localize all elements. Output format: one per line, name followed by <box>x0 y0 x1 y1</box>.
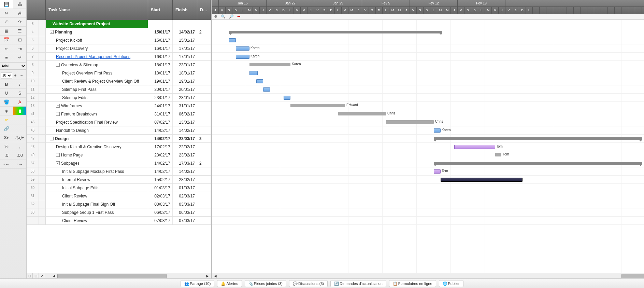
attachments-button[interactable]: 📎Pièces jointes (3) <box>245 280 286 287</box>
task-cell[interactable]: +Feature Breakdown <box>46 110 148 118</box>
dur-cell[interactable]: 2 <box>197 135 211 142</box>
start-cell[interactable]: 02/03/17 <box>148 192 173 200</box>
dur-cell[interactable] <box>197 102 211 110</box>
expand-icon[interactable]: + <box>56 112 60 116</box>
table-row[interactable]: 45Project Specification Final Review07/0… <box>27 118 211 126</box>
start-cell[interactable]: 14/02/17 <box>148 167 173 175</box>
task-link[interactable]: Research Project Management Solutions <box>56 54 130 59</box>
collapse-all-icon[interactable]: ⊟ <box>27 273 33 278</box>
gantt-bar[interactable] <box>434 137 642 140</box>
calendar-icon[interactable]: 📅 <box>0 36 13 44</box>
row-number[interactable]: 48 <box>27 143 39 151</box>
start-cell[interactable]: 31/01/17 <box>148 110 173 118</box>
expand-icon[interactable]: + <box>56 104 60 108</box>
dur-cell[interactable] <box>197 200 211 208</box>
undo-icon[interactable]: ↶ <box>0 18 13 26</box>
row-number[interactable]: 13 <box>27 102 39 110</box>
dur-cell[interactable] <box>197 208 211 216</box>
highlight-icon[interactable]: ▮ <box>13 107 26 115</box>
finish-cell[interactable]: 14/02/17 <box>173 126 197 134</box>
percent-button[interactable]: % <box>0 142 13 151</box>
row-number[interactable]: 58 <box>27 167 39 175</box>
task-cell[interactable]: Client Review <box>46 217 148 224</box>
start-cell[interactable]: 19/01/17 <box>148 77 173 85</box>
task-cell[interactable]: Research Project Management Solutions <box>46 53 148 60</box>
row-number[interactable] <box>27 217 39 224</box>
link-icon[interactable]: 🔗 <box>0 124 13 133</box>
finish-cell[interactable]: 19/01/17 <box>173 77 197 85</box>
gantt-bar[interactable]: Karen <box>236 46 249 51</box>
finish-cell[interactable]: 07/03/17 <box>173 217 197 224</box>
gantt-bar[interactable]: Karen <box>249 63 290 66</box>
collapse-icon[interactable]: - <box>50 30 54 34</box>
start-cell[interactable]: 24/01/17 <box>148 102 173 110</box>
row-number[interactable]: 7 <box>27 53 39 60</box>
finish-cell[interactable]: 03/03/17 <box>173 200 197 208</box>
collapse-icon[interactable]: - <box>56 161 60 165</box>
table-row[interactable]: 58Initial Subpage Mockup First Pass14/02… <box>27 167 211 176</box>
task-cell[interactable]: Handoff to Design <box>46 126 148 134</box>
row-number[interactable]: 3 <box>27 20 39 28</box>
start-cell[interactable]: 06/03/17 <box>148 208 173 216</box>
gantt-bar[interactable]: Karen <box>434 128 441 133</box>
format-icon[interactable]: ◈ <box>0 107 13 115</box>
start-cell[interactable]: 01/03/17 <box>148 184 173 192</box>
table-row[interactable]: 62Initial Subpage Final Sign Off03/03/17… <box>27 200 211 208</box>
gantt-bar[interactable] <box>256 79 263 83</box>
table-row[interactable]: 46Handoff to Design14/02/1714/02/17 <box>27 126 211 135</box>
strike-button[interactable]: S <box>13 89 26 97</box>
dec-inc-button[interactable]: .0 <box>0 151 13 160</box>
mail-icon[interactable]: ✉ <box>0 9 13 17</box>
finish-cell[interactable] <box>173 20 197 28</box>
task-cell[interactable]: -Subpages <box>46 159 148 167</box>
table-row[interactable]: 63Subpage Group 1 First Pass06/03/1706/0… <box>27 208 211 217</box>
task-cell[interactable]: Project Overview First Pass <box>46 69 148 77</box>
gantt-bar[interactable] <box>441 178 523 182</box>
table-row[interactable]: 60Initial Subpage Edits01/03/1701/03/17 <box>27 184 211 192</box>
start-cell[interactable]: 23/02/17 <box>148 151 173 159</box>
table-row[interactable]: 8-Overview & Sitemap18/01/1723/01/17 <box>27 61 211 69</box>
row-number[interactable]: 47 <box>27 135 39 142</box>
gantt-bar[interactable]: Tom <box>434 169 441 174</box>
size-plus-button[interactable]: + <box>12 73 18 78</box>
grid-hscroll[interactable]: ⊟ ⊞ ⤢ ◄ ► <box>27 273 211 278</box>
dur-cell[interactable] <box>197 118 211 126</box>
decimal-right-icon[interactable]: ◦→ <box>13 160 26 168</box>
font-size-select[interactable]: 10 <box>1 72 12 79</box>
table-row[interactable]: 9Project Overview First Pass18/01/1718/0… <box>27 69 211 77</box>
gantt-view-icon[interactable]: ☰ <box>13 27 26 35</box>
italic-button[interactable]: I <box>13 80 26 88</box>
expand-all-icon[interactable]: ⊞ <box>33 273 39 278</box>
start-cell[interactable]: 15/01/17 <box>148 36 173 44</box>
collapse-icon[interactable]: - <box>56 63 60 67</box>
dur-cell[interactable] <box>197 151 211 159</box>
row-number[interactable]: 62 <box>27 200 39 208</box>
print-icon[interactable]: 🖶 <box>13 0 26 9</box>
row-number[interactable]: 60 <box>27 184 39 192</box>
col-start[interactable]: Start <box>148 0 173 20</box>
col-duration[interactable]: D… <box>197 0 211 20</box>
task-cell[interactable]: -Planning <box>46 28 148 36</box>
finish-cell[interactable]: 06/02/17 <box>173 110 197 118</box>
row-number[interactable]: 63 <box>27 208 39 216</box>
zoom-out-icon[interactable]: 🔍 <box>221 14 226 19</box>
start-cell[interactable]: 07/03/17 <box>148 217 173 224</box>
dur-cell[interactable] <box>197 184 211 192</box>
start-cell[interactable]: 17/02/17 <box>148 143 173 151</box>
finish-cell[interactable]: 17/01/17 <box>173 53 197 60</box>
task-cell[interactable]: Subpage Group 1 First Pass <box>46 208 148 216</box>
task-cell[interactable]: Project Kickoff <box>46 36 148 44</box>
forms-button[interactable]: 📋Formulaires en ligne <box>389 280 436 287</box>
finish-cell[interactable]: 22/03/17 <box>173 135 197 142</box>
start-cell[interactable] <box>148 20 173 28</box>
task-cell[interactable]: +Home Page <box>46 151 148 159</box>
size-minus-button[interactable]: − <box>18 73 25 78</box>
task-cell[interactable]: Project Specification Final Review <box>46 118 148 126</box>
scroll-left-icon[interactable]: ◄ <box>51 274 57 278</box>
start-cell[interactable]: 23/01/17 <box>148 94 173 101</box>
row-number[interactable]: 41 <box>27 110 39 118</box>
expand-icon[interactable]: + <box>56 153 60 157</box>
finish-cell[interactable]: 31/01/17 <box>173 102 197 110</box>
table-row[interactable]: 10Client Review & Project Overview Sign … <box>27 77 211 85</box>
table-row[interactable]: 48Design Kickoff & Creative Discovery17/… <box>27 143 211 151</box>
